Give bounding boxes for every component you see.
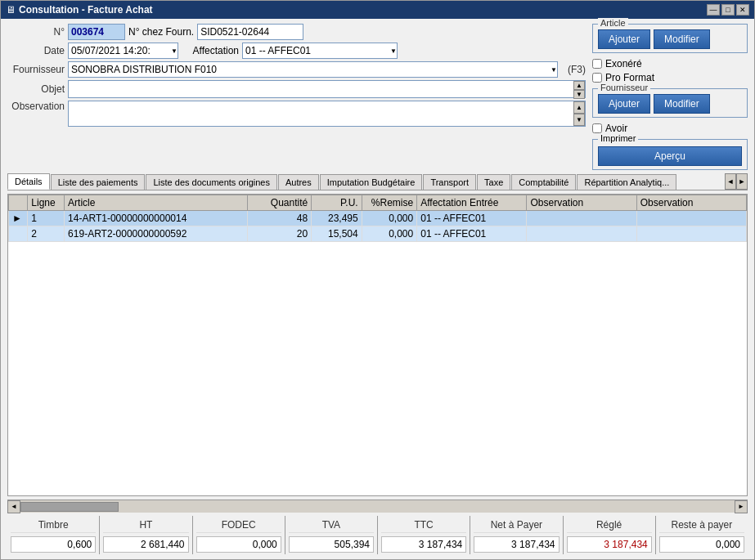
imprimer-group-title: Imprimer — [598, 133, 638, 143]
fournisseur-group: Fournisseur Ajouter Modifier — [592, 88, 748, 118]
footer-fodec: FODEC — [193, 516, 285, 535]
row2-article: 619-ART2-0000000000592 — [65, 226, 248, 242]
row1-ligne: 1 — [28, 211, 65, 226]
apercu-button[interactable]: Aperçu — [598, 146, 742, 166]
row1-obs1 — [527, 211, 636, 226]
minimize-button[interactable]: — — [707, 4, 720, 16]
affectation-label: Affectation — [182, 45, 239, 56]
footer-reste: Reste à payer — [656, 516, 748, 535]
reste-label: Reste à payer — [659, 517, 744, 533]
article-ajouter-button[interactable]: Ajouter — [598, 29, 650, 49]
tab-paiements[interactable]: Liste des paiements — [51, 174, 146, 190]
tab-details[interactable]: Détails — [7, 173, 50, 190]
tva-value: 505,394 — [289, 536, 374, 553]
tab-next-button[interactable]: ► — [736, 173, 748, 190]
close-button[interactable]: ✕ — [736, 4, 749, 16]
row2-affectation: 01 -- AFFEC01 — [417, 226, 527, 242]
table-row[interactable]: 2 619-ART2-0000000000592 20 15,504 0,000… — [9, 226, 747, 242]
footer-reste-val: 0,000 — [656, 535, 748, 554]
row-date: Date ▼ Affectation 01 -- AFFEC01 ▼ — [7, 43, 586, 59]
tab-repartition[interactable]: Répartition Analytiq... — [577, 174, 676, 190]
form-right: Article Ajouter Modifier Exonéré Pro For… — [592, 24, 748, 170]
exonere-checkbox[interactable] — [592, 59, 602, 69]
affectation-select[interactable]: 01 -- AFFEC01 — [242, 43, 398, 59]
avoir-label: Avoir — [605, 123, 627, 134]
fournisseur-select[interactable]: SONOBRA DISTRIBUTION F010 — [68, 61, 558, 78]
scroll-right-button[interactable]: ► — [735, 500, 748, 513]
imprimer-group: Imprimer Aperçu — [592, 139, 748, 170]
col-affectation: Affectation Entrée — [417, 195, 527, 211]
tab-taxe[interactable]: Taxe — [477, 174, 510, 190]
row-no: N° N° chez Fourn. — [7, 24, 586, 40]
horizontal-scrollbar[interactable]: ◄ ► — [7, 500, 748, 513]
no-chez-fourn-label: N° chez Fourn. — [128, 26, 194, 38]
footer-ttc-val: 3 187,434 — [378, 535, 470, 554]
no-chez-fourn-input[interactable] — [197, 24, 303, 40]
col-remise: %Remise — [362, 195, 417, 211]
tab-imputation[interactable]: Imputation Budgétaire — [320, 174, 423, 190]
table-area[interactable]: Ligne Article Quantité P.U. %Remise Affe… — [7, 194, 748, 496]
row2-remise: 0,000 — [362, 226, 417, 242]
col-pu: P.U. — [312, 195, 362, 211]
table-row[interactable]: ► 1 14-ART1-00000000000014 48 23,495 0,0… — [9, 211, 747, 226]
checkbox-proformat: Pro Format — [592, 72, 748, 83]
main-window: 🖥 Consultation - Facture Achat — □ ✕ N° … — [0, 0, 755, 560]
title-controls: — □ ✕ — [707, 4, 749, 16]
fournisseur-ajouter-button[interactable]: Ajouter — [598, 94, 650, 114]
ttc-value: 3 187,434 — [381, 536, 466, 553]
objet-scroll-up[interactable]: ▲ — [573, 81, 585, 90]
main-content: N° N° chez Fourn. Date ▼ Affectation — [1, 19, 754, 559]
fournisseur-label: Fournisseur — [7, 64, 65, 75]
scroll-thumb[interactable] — [20, 502, 119, 512]
no-input[interactable] — [68, 24, 125, 40]
table-header-row: Ligne Article Quantité P.U. %Remise Affe… — [9, 195, 747, 211]
footer-timbre-val: 0,600 — [7, 535, 100, 554]
tab-transport[interactable]: Transport — [423, 174, 476, 190]
obs-scroll-up[interactable]: ▲ — [573, 101, 585, 114]
reste-value: 0,000 — [659, 536, 744, 553]
footer-net: Net à Payer — [470, 516, 563, 535]
affectation-select-wrapper: 01 -- AFFEC01 ▼ — [242, 43, 398, 59]
col-article: Article — [65, 195, 248, 211]
footer-regle-val: 3 187,434 — [564, 535, 656, 554]
tab-prev-button[interactable]: ◄ — [725, 173, 736, 190]
footer-tva-val: 505,394 — [285, 535, 378, 554]
row-objet: Objet ▲ ▼ — [7, 80, 586, 98]
checkbox-exonere: Exonéré — [592, 58, 748, 69]
regle-label: Réglé — [567, 517, 652, 533]
fournisseur-modifier-button[interactable]: Modifier — [654, 94, 710, 114]
tab-documents[interactable]: Liste des documents origines — [146, 174, 276, 190]
proformat-checkbox[interactable] — [592, 73, 602, 83]
observation-label: Observation — [7, 101, 65, 112]
date-input[interactable] — [68, 43, 178, 59]
form-left: N° N° chez Fourn. Date ▼ Affectation — [7, 24, 586, 170]
net-value: 3 187,434 — [474, 536, 559, 553]
footer-fodec-val: 0,000 — [193, 535, 285, 554]
scroll-left-button[interactable]: ◄ — [7, 500, 20, 513]
avoir-checkbox[interactable] — [592, 123, 602, 133]
checkbox-avoir: Avoir — [592, 123, 748, 134]
row1-pu: 23,495 — [312, 211, 362, 226]
footer-values-row: 0,600 2 681,440 0,000 505,394 3 187,434 … — [7, 535, 748, 554]
maximize-button[interactable]: □ — [721, 4, 735, 16]
tab-autres[interactable]: Autres — [278, 174, 319, 190]
objet-scroll-down[interactable]: ▼ — [573, 90, 585, 99]
footer-ht: HT — [100, 516, 192, 535]
fournisseur-select-wrapper: SONOBRA DISTRIBUTION F010 ▼ — [68, 61, 558, 78]
tabs-wrapper: Détails Liste des paiements Liste des do… — [7, 173, 748, 190]
row2-quantite: 20 — [247, 226, 311, 242]
col-ligne: Ligne — [28, 195, 65, 211]
ttc-label: TTC — [381, 517, 466, 533]
article-modifier-button[interactable]: Modifier — [654, 29, 710, 49]
tab-comptabilite[interactable]: Comptabilité — [511, 174, 576, 190]
obs-scroll-down[interactable]: ▼ — [573, 114, 585, 126]
row-fournisseur: Fournisseur SONOBRA DISTRIBUTION F010 ▼ … — [7, 61, 586, 78]
footer-net-val: 3 187,434 — [470, 535, 563, 554]
row1-quantite: 48 — [247, 211, 311, 226]
row1-obs2 — [636, 211, 746, 226]
footer-tva: TVA — [285, 516, 378, 535]
window-title: Consultation - Facture Achat — [19, 4, 153, 16]
scroll-track[interactable] — [20, 502, 735, 512]
row1-remise: 0,000 — [362, 211, 417, 226]
regle-value: 3 187,434 — [567, 536, 652, 553]
